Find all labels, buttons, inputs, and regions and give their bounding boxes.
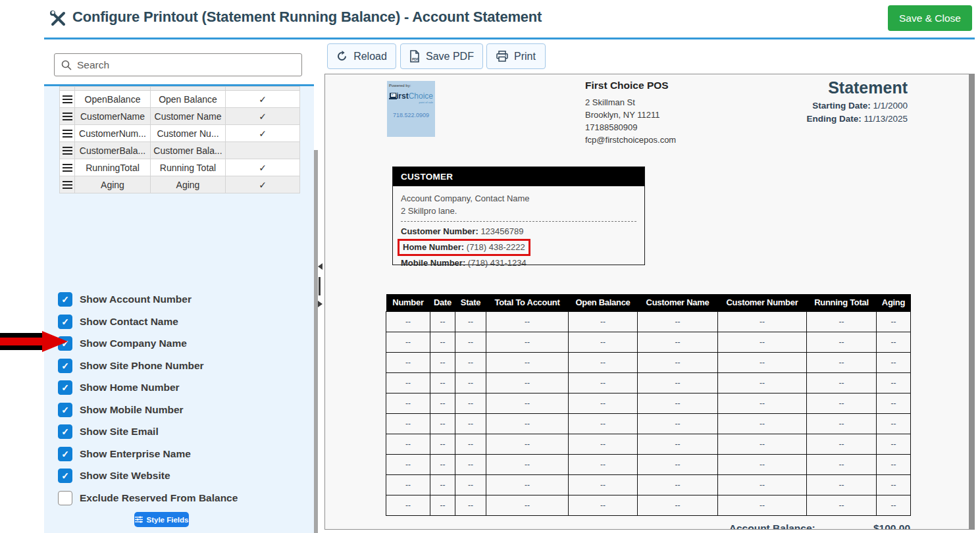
statement-table-cell: -- [455, 393, 486, 413]
statement-table-cell: -- [718, 393, 807, 413]
company-address2: Brooklyn, NY 11211 [585, 109, 676, 121]
save-pdf-button[interactable]: PDF Save PDF [400, 43, 483, 69]
checked-checkbox[interactable]: ✓ [58, 469, 72, 483]
statement-table-cell: -- [569, 413, 638, 434]
field-checked-icon[interactable]: ✓ [226, 91, 300, 108]
field-label: Customer Name [151, 108, 226, 125]
company-address1: 2 Skillman St [585, 96, 676, 109]
search-box[interactable] [54, 53, 302, 76]
field-label: Running Total [151, 159, 226, 176]
statement-table-cell: -- [386, 454, 430, 474]
unchecked-checkbox[interactable] [58, 491, 72, 505]
statement-table-cell: -- [486, 474, 569, 495]
statement-table-cell: -- [486, 352, 569, 372]
option-row: ✓Show Enterprise Name [58, 447, 301, 461]
statement-column-header: Total To Account [486, 294, 569, 311]
statement-table-cell: -- [486, 393, 569, 413]
sliders-icon [135, 516, 143, 523]
statement-table-cell: -- [877, 434, 911, 454]
style-fields-button[interactable]: Style Fields [134, 512, 189, 527]
checked-checkbox[interactable]: ✓ [58, 315, 72, 329]
statement-table-cell: -- [638, 393, 718, 413]
checked-checkbox[interactable]: ✓ [58, 359, 72, 373]
drag-handle-icon[interactable] [60, 142, 75, 159]
field-label: Aging [151, 176, 226, 193]
red-highlight-box: Home Number: (718) 438-2222 [398, 239, 530, 256]
print-button[interactable]: Print [486, 43, 546, 69]
field-checked-icon[interactable]: ✓ [226, 108, 300, 125]
reload-button[interactable]: Reload [327, 43, 396, 69]
company-phone: 17188580909 [585, 121, 676, 134]
statement-table-cell: -- [638, 332, 718, 352]
statement-table-cell: -- [877, 332, 911, 352]
drag-handle-icon[interactable] [60, 108, 75, 125]
field-checked-icon[interactable]: ✓ [226, 159, 300, 176]
checked-checkbox[interactable]: ✓ [58, 424, 72, 439]
statement-table-cell: -- [807, 413, 877, 434]
drag-handle-icon[interactable] [60, 176, 75, 193]
annotation-arrow-icon [42, 331, 68, 352]
drag-handle-icon[interactable] [60, 91, 75, 108]
field-checked-icon[interactable]: ✓ [226, 125, 300, 142]
statement-table-cell: -- [877, 413, 911, 434]
search-input[interactable] [77, 59, 295, 71]
option-label: Show Account Number [80, 293, 192, 305]
field-row: CustomerBala...Customer Bala... [60, 142, 300, 159]
checked-checkbox[interactable]: ✓ [58, 380, 72, 395]
option-label: Show Contact Name [80, 316, 178, 328]
splitter-handle[interactable] [319, 277, 321, 295]
statement-table-cell: -- [718, 352, 807, 372]
sidebar-panel: OpenBalanceOpen Balance✓CustomerNameCust… [44, 84, 314, 533]
checked-checkbox[interactable]: ✓ [58, 403, 72, 417]
printer-icon [496, 51, 508, 62]
mobile-number-line: Mobile Number: (718) 431-1234 [401, 257, 636, 270]
field-key: Aging [75, 176, 151, 193]
statement-column-header: Customer Name [638, 294, 718, 311]
statement-table-cell: -- [807, 434, 877, 454]
statement-table-cell: -- [638, 352, 718, 372]
statement-column-header: State [455, 294, 486, 311]
statement-table-cell: -- [718, 495, 807, 515]
statement-table-row: ------------------ [386, 434, 911, 454]
statement-table-cell: -- [569, 474, 638, 495]
checked-checkbox[interactable]: ✓ [58, 447, 72, 461]
statement-table-cell: -- [486, 311, 569, 332]
statement-table-cell: -- [718, 413, 807, 434]
drag-handle-icon[interactable] [60, 159, 75, 176]
statement-table-cell: -- [569, 311, 638, 332]
statement-table-cell: -- [430, 413, 455, 434]
statement-table-row: ------------------ [386, 413, 911, 434]
option-row: ✓Show Site Phone Number [58, 359, 301, 373]
statement-table-cell: -- [569, 332, 638, 352]
statement-table-cell: -- [430, 434, 455, 454]
statement-table-cell: -- [807, 474, 877, 495]
statement-table-cell: -- [486, 332, 569, 352]
option-label: Exclude Reserved From Balance [80, 492, 238, 504]
field-checked-icon[interactable]: ✓ [226, 176, 300, 193]
style-fields-label: Style Fields [147, 516, 189, 524]
statement-table-row: ------------------ [386, 372, 911, 393]
statement-table-cell: -- [877, 311, 911, 332]
statement-table-row: ------------------ [386, 393, 911, 413]
preview-scrollbar[interactable] [969, 74, 974, 529]
statement-table-cell: -- [386, 413, 430, 434]
statement-table-cell: -- [569, 352, 638, 372]
statement-table-cell: -- [455, 434, 486, 454]
option-label: Show Mobile Number [80, 404, 184, 416]
field-checked-icon[interactable] [226, 142, 300, 159]
save-close-button[interactable]: Save & Close [888, 5, 972, 31]
company-info: First Choice POS 2 Skillman St Brooklyn,… [585, 80, 676, 146]
statement-table-cell: -- [877, 454, 911, 474]
statement-table-cell: -- [455, 474, 486, 495]
option-label: Show Enterprise Name [80, 448, 191, 460]
checked-checkbox[interactable]: ✓ [58, 292, 72, 307]
statement-table-cell: -- [807, 393, 877, 413]
drag-handle-icon[interactable] [60, 125, 75, 142]
statement-table-cell: -- [386, 393, 430, 413]
fields-table: OpenBalanceOpen Balance✓CustomerNameCust… [59, 86, 300, 193]
collapse-left-icon[interactable] [318, 263, 322, 270]
brand-tagline: point of sale [389, 101, 433, 104]
option-row: ✓Show Contact Name [58, 315, 301, 329]
collapse-right-icon[interactable] [318, 301, 322, 307]
statement-table-body: ----------------------------------------… [386, 311, 911, 515]
